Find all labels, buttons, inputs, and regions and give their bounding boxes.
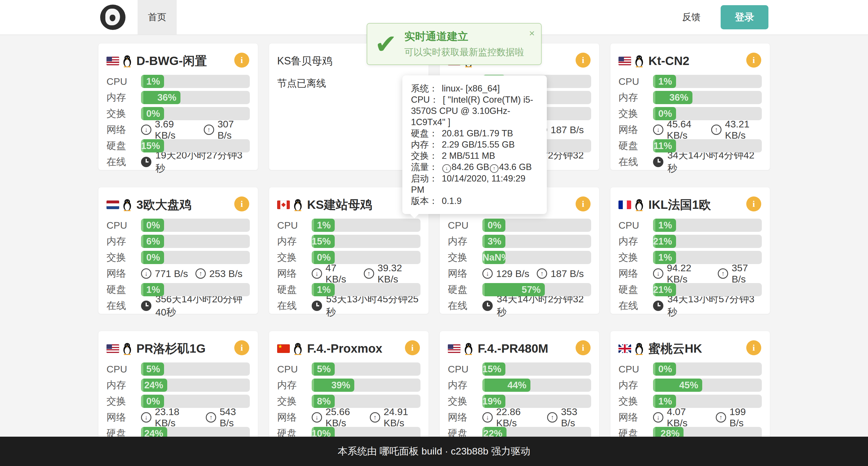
- online-values: 356天14小时20分钟40秒: [141, 293, 250, 319]
- online-label: 在线: [618, 155, 653, 169]
- info-icon[interactable]: i: [746, 197, 761, 211]
- memory-label: 内存: [448, 378, 482, 392]
- swap-bar: 8%: [312, 395, 421, 408]
- swap-bar-fill: 0%: [141, 251, 164, 264]
- cpu-label: CPU: [277, 220, 312, 231]
- cpu-bar-fill: 0%: [653, 362, 676, 376]
- card-header: 3欧大盘鸡 i: [106, 193, 250, 217]
- cpu-bar: 0%: [653, 362, 762, 376]
- upload-arrow-icon: ↑: [718, 268, 728, 279]
- memory-row: 内存 3%: [448, 233, 591, 249]
- tooltip-line: CPU：[ "Intel(R) Core(TM) i5-3570S CPU @ …: [411, 94, 538, 128]
- mem-bar-fill: 45%: [653, 378, 702, 392]
- toast-close-icon[interactable]: ×: [529, 28, 535, 38]
- info-icon[interactable]: i: [234, 53, 249, 68]
- info-icon[interactable]: i: [234, 340, 249, 355]
- navbar-right: 反馈 登录: [682, 5, 768, 29]
- network-row: 网络 ↓ 771 B/s ↑ 253 B/s: [106, 266, 250, 281]
- swap-bar: 0%: [653, 107, 762, 120]
- info-icon[interactable]: i: [234, 197, 249, 211]
- nav-item-home[interactable]: 首页: [137, 0, 177, 35]
- linux-penguin-icon: [122, 198, 132, 211]
- toast-title: 实时通道建立: [404, 29, 524, 44]
- online-values: 19天20小时27分钟3秒: [141, 149, 250, 175]
- download-arrow-icon: ↓: [312, 412, 322, 423]
- memory-row: 内存 45%: [618, 377, 762, 393]
- network-row: 网络 ↓ 94.22 KB/s ↑ 357 B/s: [618, 266, 762, 281]
- server-name: KS鲁贝母鸡: [277, 54, 332, 68]
- disk-bar-fill: 15%: [141, 139, 164, 153]
- info-icon[interactable]: i: [576, 340, 591, 355]
- net-down-value: 94.22 KB/s: [667, 262, 710, 285]
- swap-bar: 0%: [141, 107, 250, 120]
- cpu-label: CPU: [448, 220, 482, 231]
- disk-row: 硬盘 15%: [106, 138, 250, 154]
- mem-bar-fill: 3%: [482, 235, 505, 248]
- footer-bar: 本系统由 哪吒面板 build · c23b88b 强力驱动: [0, 437, 868, 466]
- download-arrow-icon: ↓: [312, 268, 322, 279]
- mem-bar-fill: 15%: [312, 235, 335, 248]
- swap-bar: 1%: [653, 251, 762, 264]
- feedback-link[interactable]: 反馈: [682, 11, 701, 24]
- swap-bar-fill: 0%: [653, 107, 676, 120]
- tooltip-line: 流量：↓84.26 GB↑43.6 GB: [411, 161, 538, 173]
- offline-text: 节点已离线: [277, 77, 421, 90]
- cpu-row: CPU 15%: [448, 361, 591, 377]
- memory-bar: 3%: [482, 235, 591, 248]
- online-label: 在线: [106, 155, 141, 169]
- swap-bar-fill: 1%: [653, 395, 676, 408]
- server-name: D-BWG-闲置: [136, 53, 207, 69]
- info-icon[interactable]: i: [576, 197, 591, 211]
- swap-row: 交换 0%: [106, 106, 250, 122]
- upload-arrow-icon: ↑: [711, 125, 721, 135]
- swap-bar: 0%: [141, 395, 250, 408]
- disk-bar-fill: 21%: [653, 283, 676, 296]
- disk-bar-fill: 11%: [653, 139, 676, 153]
- site-logo[interactable]: [100, 5, 125, 30]
- net-down-value: 47 KB/s: [326, 262, 356, 285]
- cpu-bar: 1%: [141, 75, 250, 88]
- login-button[interactable]: 登录: [721, 5, 768, 29]
- memory-row: 内存 15%: [277, 233, 421, 249]
- network-row: 网络 ↓ 47 KB/s ↑ 39.32 KB/s: [277, 266, 421, 281]
- memory-label: 内存: [618, 235, 653, 248]
- online-values: 53天13小时45分钟25秒: [312, 293, 421, 319]
- online-row: 在线 34天14小时4分钟42秒: [618, 154, 762, 170]
- server-card: Kt-CN2 i CPU 1% 内存 36% 交换 0% 网络 ↓ 45.64 …: [610, 43, 770, 170]
- swap-row: 交换 1%: [618, 393, 762, 409]
- info-icon[interactable]: i: [405, 340, 420, 355]
- cpu-label: CPU: [106, 220, 141, 231]
- mem-bar-fill: 39%: [312, 378, 354, 392]
- country-flag-icon: [618, 200, 631, 209]
- info-icon[interactable]: i: [746, 53, 761, 68]
- info-icon[interactable]: i: [746, 340, 761, 355]
- memory-label: 内存: [106, 91, 141, 104]
- swap-row: 交换 0%: [277, 249, 421, 266]
- info-icon[interactable]: i: [576, 53, 591, 68]
- disk-bar: 15%: [141, 139, 250, 153]
- memory-row: 内存 36%: [106, 90, 250, 106]
- online-label: 在线: [277, 299, 312, 312]
- online-value: 356天14小时20分钟40秒: [155, 293, 250, 319]
- network-label: 网络: [448, 267, 482, 280]
- online-row: 在线 34天14小时2分钟32秒: [448, 298, 591, 314]
- mem-bar-fill: 6%: [141, 235, 164, 248]
- memory-label: 内存: [618, 91, 653, 104]
- swap-bar: NaN%: [482, 251, 591, 264]
- network-row: 网络 ↓ 23.18 KB/s ↑ 543 B/s: [106, 409, 250, 426]
- download-arrow-icon: ↓: [653, 268, 663, 279]
- swap-label: 交换: [277, 251, 312, 264]
- mem-bar-fill: 36%: [141, 91, 181, 104]
- swap-bar-fill: NaN%: [482, 251, 505, 264]
- swap-bar: 0%: [141, 251, 250, 264]
- cpu-bar-fill: 5%: [312, 362, 335, 376]
- country-flag-icon: [618, 57, 631, 65]
- footer-text: 本系统由 哪吒面板 build · c23b88b 强力驱动: [338, 445, 530, 458]
- download-arrow-icon: ↓: [653, 125, 663, 135]
- clock-icon: [141, 157, 151, 167]
- memory-bar: 44%: [482, 378, 591, 392]
- upload-arrow-icon: ↑: [490, 164, 498, 173]
- linux-penguin-icon: [634, 55, 644, 67]
- card-header: IKL法国1欧 i: [618, 193, 762, 217]
- memory-bar: 36%: [653, 91, 762, 104]
